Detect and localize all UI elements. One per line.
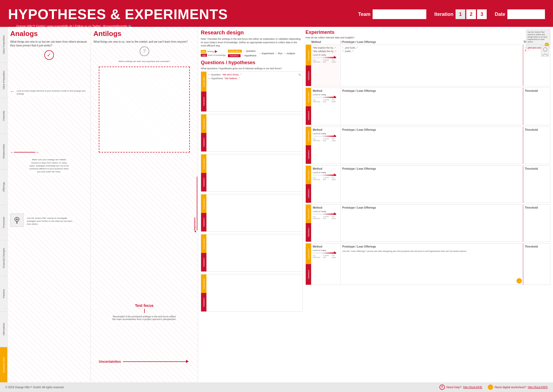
q-exploration-label: Exploration: [201, 72, 206, 92]
sidebar-value-prop1: Value Proposition: [0, 27, 7, 62]
validation-label: Validation: [228, 54, 241, 57]
antilogs-which-question: Which antilogs are both very important a…: [115, 59, 174, 64]
experiment-row-1: Exploration Validation "We explore the h…: [305, 45, 550, 86]
iteration-boxes: 1 2 3: [456, 9, 487, 19]
questions-desc: What questions / hypotheses grow out of …: [201, 67, 303, 70]
analogs-title: Analogs: [10, 30, 88, 38]
q5-exp: Exploration: [201, 234, 206, 253]
sidebar-value-prop2: Value Proposition: [0, 62, 7, 98]
q6-val: Validation: [201, 293, 206, 311]
experiment-row-6: Exploration Validation Method Level of r…: [305, 243, 550, 285]
experiment-row-5: Exploration Validation Method Level of r…: [305, 204, 550, 242]
experiment-row-4: Exploration Validation Method Level of r…: [305, 165, 550, 203]
main-content: Value Proposition Value Proposition Chan…: [0, 27, 553, 382]
research-design-column: Research design Note: Translate the anti…: [198, 27, 553, 382]
help-item: ? Need help? http://bsd.li/HE: [439, 384, 482, 390]
left-arrow-1: ← Look at every single element of your b…: [10, 87, 88, 96]
antilogs-title: Antilogs: [93, 30, 195, 38]
user-icon: [541, 46, 549, 57]
help-url[interactable]: http://bsd.li/HE: [463, 386, 482, 389]
sidebar-processes: Processes: [0, 205, 7, 240]
digital-item: → Need digital worksheet? http://bsd.li/…: [488, 384, 548, 390]
exp-column-headers: Method Prototype / Lean Offerings Thresh…: [305, 41, 550, 43]
question-row-3: Exploration Validation: [201, 154, 303, 192]
exp1-exploration: Exploration: [306, 45, 311, 66]
test-focus-note: Reconsider if the prioritized antilogs i…: [112, 315, 177, 321]
analogs-description: What things are new to us but we can lea…: [10, 40, 88, 48]
team-input[interactable]: [373, 9, 426, 19]
check-icon: ✓: [44, 50, 54, 60]
uncertainties-label: Uncertainties: [99, 360, 121, 364]
digital-url[interactable]: http://bsd.li/WS: [528, 386, 548, 389]
sidebar-offerings: Offerings: [0, 169, 7, 205]
q2-exp: Exploration: [201, 114, 206, 133]
edit-icon-1[interactable]: ✎: [298, 73, 301, 77]
exp3-validation: Validation: [306, 145, 311, 164]
analogs-column: Analogs What things are new to us but we…: [8, 27, 91, 382]
sidebar-relationships: Relationships: [0, 133, 7, 169]
page-title: HYPOTHESES & EXPERIMENTS: [8, 6, 228, 22]
iteration-3[interactable]: 3: [477, 9, 487, 19]
sidebar-channels: Channels: [0, 98, 7, 133]
exploration-label: Exploration: [228, 50, 242, 53]
sidebar-partners: Partners: [0, 276, 7, 311]
sidebar-financial: Financial Changes: [0, 240, 7, 275]
sidebar-labels: Value Proposition Value Proposition Chan…: [0, 27, 8, 382]
test-focus-label: Test focus: [112, 303, 177, 308]
copyright: © 2019 Orange Hills™ GmbH. All rights re…: [5, 386, 64, 389]
exp3-exploration: Exploration: [306, 127, 311, 145]
q3-val: Validation: [201, 173, 206, 191]
team-label: Team: [358, 12, 370, 17]
footer-help: ? Need help? http://bsd.li/HE → Need dig…: [439, 384, 548, 390]
experiments-panel: Use the 'Action Plan' canvas to define a…: [305, 30, 550, 380]
exp6-exploration: Exploration: [306, 244, 311, 264]
arrow-left-icon: ←: [10, 89, 14, 94]
q6-exp: Exploration: [201, 274, 206, 293]
antilogs-description: What things are new to us, new to the ma…: [93, 40, 195, 44]
iteration-1[interactable]: 1: [456, 9, 465, 19]
header-controls: Team Iteration 1 2 3 Date: [358, 9, 545, 19]
test-focus-box: [99, 67, 190, 153]
experiments-desc: How do we collect relevant data and insi…: [305, 36, 550, 39]
lean-offerings-icon: →: [516, 278, 522, 284]
exp-val-diagram: low Antilog high level of knowledge Expl…: [201, 50, 303, 57]
question-row-6: Exploration Validation: [201, 274, 303, 312]
experiment-row-3: Exploration Validation Method Level of r…: [305, 126, 550, 164]
q3-exp: Exploration: [201, 154, 206, 173]
analogs-note3: Use the 'Action Plan' canvas to investig…: [26, 216, 74, 227]
question-row-2: Exploration Validation: [201, 114, 303, 152]
digital-icon: →: [488, 384, 493, 390]
team-group: Team: [358, 9, 426, 19]
analogs-note2: Make sure your analogs are reliable sour…: [28, 157, 71, 174]
analogs-note1: Look at every single element of your bus…: [16, 88, 88, 96]
iteration-2[interactable]: 2: [466, 9, 476, 19]
exp5-exploration: Exploration: [306, 205, 311, 223]
test-focus-arrow-down: [144, 309, 145, 313]
exp5-validation: Validation: [306, 223, 311, 242]
experiment-row-2: Exploration Validation Method Level of r…: [305, 88, 550, 125]
antilogs-column: Antilogs What things are new to us, new …: [91, 27, 198, 382]
iteration-group: Iteration 1 2 3: [434, 9, 487, 19]
uncertainties-row: Uncertainties: [99, 360, 187, 364]
exp2-exploration: Exploration: [306, 88, 311, 106]
sidebar-business-dna: Business DNA: [0, 347, 7, 382]
question-row-4: Exploration Validation: [201, 194, 303, 232]
date-label: Date: [495, 12, 505, 17]
question-row-5: Exploration Validation: [201, 234, 303, 272]
q5-val: Validation: [201, 253, 206, 271]
experiments-title: Experiments: [305, 30, 550, 35]
exp2-validation: Validation: [306, 106, 311, 125]
exp4-validation: Validation: [306, 184, 311, 203]
svg-marker-4: [215, 50, 217, 53]
action-plan-thumb-analogs: [10, 213, 24, 227]
svg-point-5: [543, 48, 547, 51]
date-group: Date: [495, 9, 545, 19]
footer: © 2019 Orange Hills™ GmbH. All rights re…: [0, 382, 553, 392]
exp6-validation: Validation: [306, 264, 311, 285]
question-row-1: Exploration Validation — Question "We do…: [201, 71, 303, 112]
q4-exp: Exploration: [201, 194, 206, 213]
date-input[interactable]: [507, 9, 545, 19]
double-arrow: ← →: [10, 150, 88, 154]
q2-val: Validation: [201, 133, 206, 151]
help-circle-icon: ?: [439, 384, 445, 390]
